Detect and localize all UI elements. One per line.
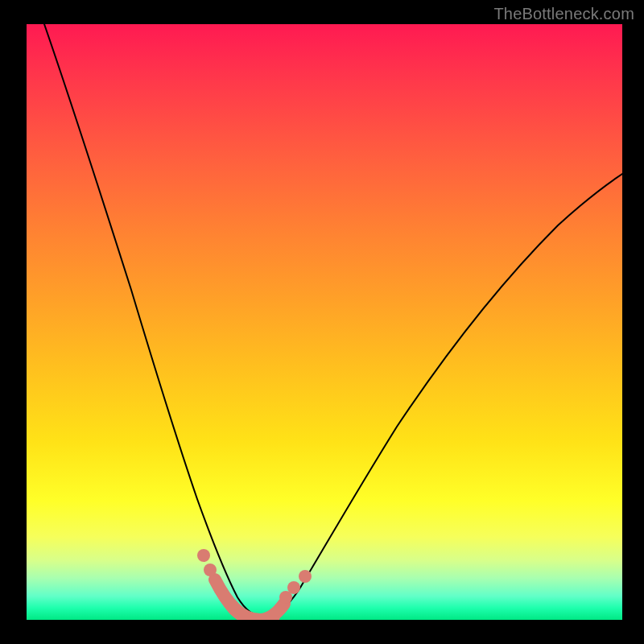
valley-highlight-stroke — [215, 580, 284, 620]
chart-frame: TheBottleneck.com — [0, 0, 644, 644]
curve-marker — [197, 549, 210, 562]
chart-svg — [27, 24, 622, 620]
watermark-text: TheBottleneck.com — [493, 5, 634, 23]
bottleneck-curve — [44, 24, 622, 617]
curve-marker — [299, 570, 312, 583]
plot-area — [27, 24, 622, 620]
curve-marker — [204, 564, 217, 576]
curve-marker — [287, 581, 300, 594]
